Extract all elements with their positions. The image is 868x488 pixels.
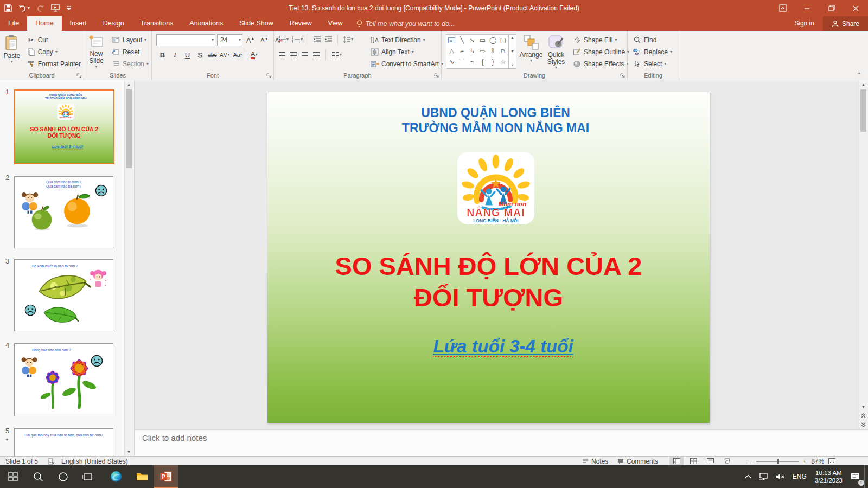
align-text-button[interactable]: Align Text ▾ (367, 46, 446, 57)
italic-button[interactable]: I (169, 49, 181, 60)
curve-shape-icon[interactable]: ~ (470, 58, 474, 66)
clipboard-dialog-launcher[interactable] (76, 73, 81, 78)
tab-slide-show[interactable]: Slide Show (231, 16, 282, 31)
character-spacing-button[interactable]: AV ▾ (219, 49, 232, 60)
increase-indent-button[interactable] (324, 36, 333, 43)
left-brace-shape-icon[interactable]: { (481, 58, 483, 66)
scroll-up-button[interactable]: ▲ (859, 80, 867, 89)
down-arrow-shape-icon[interactable]: ⇩ (490, 47, 495, 55)
slide-title-textbox[interactable]: SO SÁNH ĐỘ LỚN CỦA 2ĐỐI TƯỢNG (267, 251, 710, 313)
reading-view-button[interactable] (703, 457, 717, 466)
elbow-arrow-connector-icon[interactable]: ↳ (469, 47, 475, 55)
convert-to-smartart-button[interactable]: Convert to SmartArt ▾ (367, 58, 446, 69)
show-desktop-button[interactable] (864, 465, 868, 488)
zoom-out-button[interactable]: − (748, 457, 752, 465)
hidden-icons-button[interactable] (741, 465, 755, 488)
slide-show-view-button[interactable] (720, 457, 734, 466)
change-case-button[interactable]: Aa ▾ (232, 49, 244, 60)
replace-button[interactable]: abac Replace ▾ (630, 46, 675, 57)
school-logo[interactable] (456, 150, 536, 226)
section-button[interactable]: Section ▾ (108, 58, 151, 69)
tab-home[interactable]: Home (27, 16, 61, 31)
minimize-button[interactable] (795, 0, 819, 16)
tab-file[interactable]: File (0, 16, 27, 31)
tab-review[interactable]: Review (282, 16, 320, 31)
arrow-shape-icon[interactable]: ↘ (469, 36, 475, 44)
arrange-button[interactable]: Arrange ▾ (519, 33, 544, 63)
scroll-up-button[interactable]: ▲ (125, 80, 133, 89)
tab-design[interactable]: Design (95, 16, 132, 31)
decrease-indent-button[interactable] (313, 36, 321, 43)
shape-effects-button[interactable]: Shape Effects ▾ (570, 58, 632, 69)
notes-toggle-button[interactable]: Notes (582, 457, 608, 466)
font-name-combo[interactable]: ▾ (156, 34, 215, 46)
new-slide-button[interactable]: New Slide ▾ (84, 33, 108, 70)
bold-button[interactable]: B (156, 49, 169, 60)
quick-styles-button[interactable]: Quick Styles ▾ (544, 33, 569, 70)
cut-button[interactable]: ✂ Cut (24, 34, 84, 46)
oval-shape-icon[interactable]: ◯ (489, 36, 496, 44)
spell-check-button[interactable] (48, 457, 55, 466)
find-button[interactable]: Find (630, 34, 675, 46)
font-size-combo[interactable]: 24 ▾ (217, 34, 242, 46)
slide-canvas[interactable]: UBND QUẬN LONG BIÊNTRƯỜNG MẦM NON NẮNG M… (267, 92, 710, 423)
strikethrough-button[interactable]: abc (206, 49, 219, 60)
volume-muted-icon[interactable] (772, 465, 789, 488)
tell-me-box[interactable]: Tell me what you want to do... (356, 16, 455, 31)
fit-slide-to-window-button[interactable] (828, 458, 835, 464)
scrollbar-thumb[interactable] (126, 89, 132, 168)
customize-qat-button[interactable] (66, 5, 72, 11)
file-explorer-button[interactable] (130, 465, 154, 488)
slide-thumbnail-3[interactable]: Bé xem chiếc lá nào to hơn ? (14, 259, 113, 331)
drawing-dialog-launcher[interactable] (620, 73, 625, 78)
triangle-shape-icon[interactable]: △ (449, 47, 454, 55)
bullets-button[interactable]: ▾ (278, 36, 289, 43)
thumbnail-scrollbar[interactable]: ▲ ▼ (124, 80, 133, 456)
font-dialog-launcher[interactable] (266, 73, 271, 78)
shapes-gallery[interactable]: A ╲ ↘ ▭ ◯ ▢ △ ⌐ ↳ ⇨ ⇩ 🗅 ∿ ⌒ ~ (446, 34, 516, 69)
line-spacing-button[interactable]: ▾ (343, 36, 353, 43)
shape-outline-button[interactable]: Shape Outline ▾ (570, 46, 632, 57)
share-button[interactable]: Share (823, 16, 868, 31)
copy-button[interactable]: Copy ▾ (24, 46, 84, 57)
tab-insert[interactable]: Insert (62, 16, 95, 31)
textbox-shape-icon[interactable]: A (448, 37, 455, 43)
editor-scrollbar[interactable]: ▲ ▼ (859, 80, 868, 429)
text-shadow-button[interactable]: S (194, 49, 206, 60)
save-button[interactable] (4, 4, 12, 12)
previous-slide-button[interactable] (859, 411, 867, 420)
columns-button[interactable]: ▾ (331, 52, 342, 59)
powerpoint-taskbar-button[interactable]: P (154, 465, 178, 488)
restore-button[interactable] (819, 0, 844, 16)
star-shape-icon[interactable]: ☆ (500, 58, 506, 66)
tab-view[interactable]: View (320, 16, 351, 31)
format-painter-button[interactable]: Format Painter (24, 58, 84, 69)
align-right-button[interactable] (301, 52, 309, 59)
justify-button[interactable] (312, 52, 320, 59)
language-button[interactable]: English (United States) (61, 457, 128, 466)
zoom-level[interactable]: 87% (811, 458, 824, 465)
start-button[interactable] (1, 465, 25, 488)
task-view-button[interactable] (76, 465, 100, 488)
paragraph-dialog-launcher[interactable] (434, 73, 439, 78)
slide-thumbnail-1[interactable]: UBND QUẬN LONG BIÊNTRƯỜNG MẦM NON NẮNG M… (14, 89, 114, 164)
rounded-rectangle-shape-icon[interactable]: ▢ (500, 36, 506, 44)
arc-shape-icon[interactable]: ⌒ (459, 57, 465, 67)
right-brace-shape-icon[interactable]: } (492, 58, 494, 66)
tab-animations[interactable]: Animations (181, 16, 231, 31)
shape-fill-button[interactable]: Shape Fill ▾ (570, 34, 632, 46)
elbow-connector-icon[interactable]: ⌐ (460, 47, 464, 55)
slide-thumbnail-5[interactable]: Hai quả táo này quả nào to hơn, quả nào … (14, 428, 113, 456)
sign-in-button[interactable]: Sign in (786, 16, 823, 31)
shrink-font-button[interactable]: A▼ (258, 35, 271, 46)
reset-button[interactable]: Reset (108, 46, 151, 57)
input-language-button[interactable]: ENG (789, 465, 810, 488)
normal-view-button[interactable] (669, 457, 684, 466)
collapse-ribbon-button[interactable]: ⌃ (857, 72, 861, 78)
shapes-gallery-scrollbar[interactable]: ▲ ▼ ⩒ (508, 35, 516, 68)
network-status-icon[interactable] (755, 465, 772, 488)
grow-font-button[interactable]: A▲ (244, 35, 257, 46)
edge-browser-button[interactable] (104, 465, 128, 488)
slide-thumbnail-4[interactable]: Bông hoa nào nhỏ hơn ? (14, 343, 113, 416)
scrollbar-thumb[interactable] (860, 89, 866, 132)
